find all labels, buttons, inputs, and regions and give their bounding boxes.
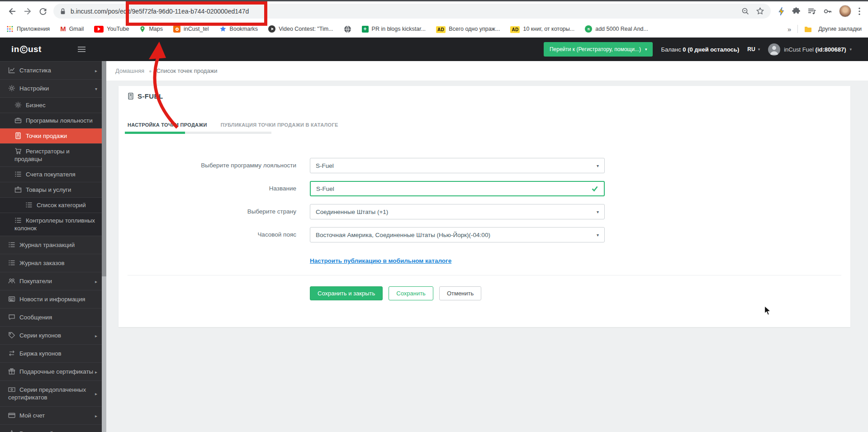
- bookmark-star-icon[interactable]: [756, 7, 764, 15]
- bookmark-item[interactable]: fi add 5000 Real And...: [585, 25, 648, 33]
- sidebar-item[interactable]: Контроллеры топливных колонок: [0, 213, 102, 236]
- bookmark-item[interactable]: [344, 25, 351, 33]
- browser-menu-icon[interactable]: [858, 7, 861, 16]
- reload-button[interactable]: [35, 4, 51, 19]
- sidebar-item-label: Серии предоплаченных сертификатов: [8, 386, 86, 401]
- mobile-catalog-link[interactable]: Настроить публикацию в мобильном каталог…: [310, 257, 451, 264]
- url-text: b.incust.com/pos/edit/9e5f72fa-96d0-11ea…: [71, 8, 249, 15]
- sidebar-item[interactable]: Мой счет ▸: [0, 406, 102, 424]
- sidebar-item-label: Программы лояльности: [26, 117, 93, 124]
- sidebar-item[interactable]: Программы лояльности: [0, 113, 102, 128]
- bookmark-label: add 5000 Real And...: [595, 26, 648, 32]
- sidebar-item-label: Бизнес: [26, 102, 46, 109]
- account-avatar: [768, 43, 780, 56]
- valid-check-icon: [591, 185, 598, 192]
- goto-registrar-button[interactable]: Перейти к (Регистратору, помощи...)▾: [544, 42, 653, 57]
- playlist-extension-icon[interactable]: [807, 7, 816, 16]
- sidebar-item[interactable]: Товары и услуги: [0, 182, 102, 197]
- page-title: S-FUEL: [128, 92, 163, 100]
- sidebar-item-label: Точки продажи: [26, 133, 67, 139]
- sidebar-item[interactable]: Серии купонов ▸: [0, 326, 102, 344]
- sidebar-item[interactable]: Точки продажи: [0, 128, 102, 143]
- chevron-right-icon: ▸: [95, 390, 97, 398]
- bookmark-label: 10 книг, от которы...: [523, 26, 574, 32]
- field-label: Выберите страну: [119, 204, 296, 219]
- forward-button[interactable]: [20, 4, 35, 19]
- bookmark-item[interactable]: YouTube: [94, 26, 129, 33]
- bookmarks-overflow-chevron[interactable]: »: [787, 25, 791, 33]
- sheets-icon: +: [362, 26, 369, 33]
- sidebar-item[interactable]: Подарочные сертификаты ▸: [0, 362, 102, 380]
- bookmark-label: Приложения: [17, 26, 50, 32]
- sidebar-scrollbar-thumb[interactable]: [102, 61, 106, 276]
- sidebar-item-label: Журнал заказов: [19, 260, 64, 266]
- language-selector[interactable]: RU▾: [747, 46, 760, 52]
- caret-down-icon: ▾: [597, 163, 599, 168]
- chevron-right-icon: ▸: [95, 368, 97, 375]
- select-field[interactable]: Восточная Америка, Соединенные Штаты (Нь…: [310, 227, 605, 242]
- sidebar-item[interactable]: Серии предоплаченных сертификатов ▸: [0, 380, 102, 406]
- name-input[interactable]: [316, 185, 591, 192]
- lightning-extension-icon[interactable]: [777, 7, 785, 16]
- bookmark-item[interactable]: AD Всего одно упраж...: [436, 25, 500, 33]
- save-and-close-button[interactable]: Сохранить и закрыть: [310, 286, 383, 300]
- sidebar-item-label: Товары и услуги: [26, 186, 71, 193]
- sidebar-item[interactable]: Сообщения: [0, 308, 102, 326]
- exchange-icon: [8, 350, 15, 357]
- form-divider: [128, 275, 841, 275]
- bookmark-item[interactable]: Maps: [139, 25, 163, 33]
- tab-underline: [125, 132, 271, 134]
- youtube-icon: [94, 26, 104, 33]
- puzzle-extension-icon[interactable]: [792, 7, 801, 15]
- bookmark-item[interactable]: Приложения: [6, 25, 50, 33]
- sidebar-scrollbar[interactable]: [102, 61, 106, 432]
- caret-down-icon: ▾: [849, 47, 852, 52]
- sidebar-item[interactable]: Биржа купонов: [0, 344, 102, 362]
- bookmark-item[interactable]: inCust_tel: [173, 25, 209, 33]
- save-button[interactable]: Сохранить: [389, 286, 433, 300]
- select-field[interactable]: S-Fuel ▾: [310, 158, 605, 173]
- address-bar[interactable]: b.incust.com/pos/edit/9e5f72fa-96d0-11ea…: [53, 4, 771, 19]
- ad-icon: AD: [510, 25, 520, 33]
- bookmark-item[interactable]: M Gmail: [60, 25, 84, 33]
- sidebar-item[interactable]: Список категорий: [0, 197, 102, 213]
- caret-down-icon: ▾: [597, 233, 599, 237]
- bookmark-label: Maps: [149, 26, 163, 32]
- sidebar-item[interactable]: Настройки ▾: [0, 79, 102, 97]
- breadcrumb-home[interactable]: Домашняя: [115, 67, 144, 74]
- briefcase-icon: [14, 117, 22, 124]
- sidebar-item[interactable]: Новости и информация: [0, 290, 102, 308]
- other-bookmarks-label[interactable]: Другие закладки: [818, 26, 862, 32]
- sidebar-item[interactable]: Журнал транзакций: [0, 236, 102, 254]
- bookmark-label: Video Contest: "Tim...: [279, 26, 333, 32]
- sidebar-item[interactable]: Счета покупателя: [0, 166, 102, 182]
- select-field[interactable]: Соединенные Штаты (+1) ▾: [310, 204, 605, 219]
- bookmark-item[interactable]: Video Contest: "Tim...: [268, 25, 333, 33]
- back-button[interactable]: [5, 4, 20, 19]
- bookmark-item[interactable]: AD 10 книг, от которы...: [510, 25, 574, 33]
- tab[interactable]: ПУБЛИКАЦИЯ ТОЧКИ ПРОДАЖИ В КАТАЛОГЕ: [221, 122, 338, 128]
- sidebar-item[interactable]: Покупатели ▸: [0, 272, 102, 290]
- sidebar-item[interactable]: Рекомендуйте нас: [0, 424, 102, 432]
- cart-icon: [14, 147, 22, 155]
- zoom-page-icon[interactable]: [741, 7, 749, 15]
- bookmark-item[interactable]: + PR in blogs kickstar...: [362, 26, 426, 33]
- bookmark-item[interactable]: Bookmarks: [219, 25, 258, 33]
- breadcrumb-current: Список точек продажи: [157, 67, 218, 74]
- sidebar-item[interactable]: Бизнес: [0, 97, 102, 113]
- star-icon: [8, 430, 15, 432]
- sidebar-item[interactable]: Статистика ▸: [0, 61, 102, 79]
- browser-profile-avatar[interactable]: [839, 5, 851, 17]
- sidebar-item[interactable]: Регистраторы и продавцы: [0, 143, 102, 166]
- video-icon: [268, 25, 275, 33]
- tab[interactable]: НАСТРОЙКА ТОЧКИ ПРОДАЖИ: [128, 122, 207, 128]
- sidebar-item-label: Новости и информация: [19, 296, 85, 303]
- cancel-button[interactable]: Отменить: [439, 286, 481, 300]
- chevron-right-icon: ▸: [95, 332, 97, 339]
- incust-logo: inCust: [11, 44, 42, 54]
- chevron-down-icon: ▾: [95, 85, 97, 92]
- sidebar-item[interactable]: Журнал заказов: [0, 254, 102, 272]
- key-extension-icon[interactable]: [823, 7, 832, 16]
- account-menu[interactable]: inCust Fuel (id:800687) ▾: [768, 43, 852, 56]
- hamburger-menu-icon[interactable]: [78, 47, 85, 52]
